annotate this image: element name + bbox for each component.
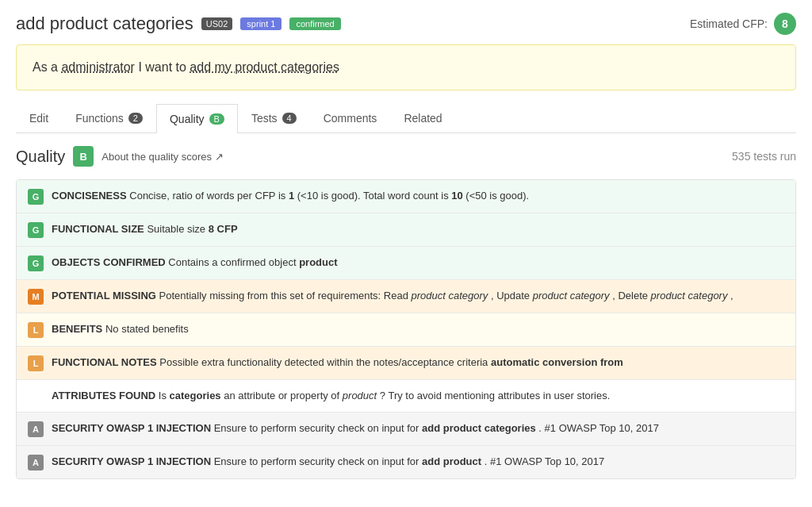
about-quality-link[interactable]: About the quality scores ↗ (102, 151, 223, 163)
security2-badge: A (28, 455, 44, 471)
security2-title: SECURITY OWASP 1 INJECTION (52, 455, 211, 467)
functional-notes-content: FUNCTIONAL NOTES Possible extra function… (52, 355, 784, 371)
potential-missing-content: POTENTIAL MISSING Potentially missing fr… (52, 288, 784, 304)
quality-item-attributes-found: ATTRIBUTES FOUND Is categories an attrib… (17, 380, 795, 413)
tab-functions[interactable]: Functions 2 (62, 103, 156, 133)
functional-notes-val: automatic conversion from (491, 356, 623, 368)
security2-text1: Ensure to perform security check on inpu… (214, 455, 422, 467)
benefits-content: BENEFITS No stated benefits (52, 321, 784, 337)
conciseness-val2: 10 (451, 190, 462, 202)
tab-tests[interactable]: Tests 4 (238, 103, 310, 133)
potential-missing-text3: , Delete (612, 290, 650, 302)
functional-notes-text: Possible extra functionality detected wi… (159, 356, 491, 368)
potential-missing-title: POTENTIAL MISSING (52, 290, 156, 302)
security1-text1: Ensure to perform security check on inpu… (214, 422, 422, 434)
benefits-text: No stated benefits (105, 323, 189, 335)
potential-missing-badge: M (28, 289, 44, 305)
security1-title: SECURITY OWASP 1 INJECTION (52, 422, 211, 434)
story-prefix: As a (33, 60, 61, 74)
security1-val: add product categories (422, 422, 536, 434)
tests-run: 535 tests run (732, 150, 796, 163)
potential-missing-text1: Potentially missing from this set of req… (159, 290, 412, 302)
tabs-bar: Edit Functions 2 Quality B Tests 4 Comme… (16, 103, 796, 133)
us-badge: US02 (201, 17, 233, 30)
tab-edit-label: Edit (29, 112, 48, 125)
attributes-found-title: ATTRIBUTES FOUND (52, 390, 155, 401)
tab-tests-label: Tests (251, 112, 278, 125)
quality-item-security-2: A SECURITY OWASP 1 INJECTION Ensure to p… (17, 446, 795, 478)
confirmed-badge: confirmed (289, 17, 340, 30)
quality-item-potential-missing: M POTENTIAL MISSING Potentially missing … (17, 280, 795, 313)
quality-item-objects-confirmed: G OBJECTS CONFIRMED Contains a confirmed… (17, 247, 795, 280)
story-role: administrator (61, 60, 134, 74)
quality-item-functional-size: G FUNCTIONAL SIZE Suitable size 8 CFP (17, 213, 795, 247)
conciseness-badge: G (28, 189, 44, 205)
potential-missing-text2: , Update (491, 290, 533, 302)
conciseness-text1: Concise, ratio of words per CFP is (129, 190, 289, 202)
security2-content: SECURITY OWASP 1 INJECTION Ensure to per… (52, 454, 784, 470)
functional-size-title: FUNCTIONAL SIZE (52, 223, 144, 235)
attributes-found-content: ATTRIBUTES FOUND Is categories an attrib… (28, 388, 784, 404)
sprint-badge: sprint 1 (240, 17, 282, 30)
cfp-label: Estimated CFP: (690, 17, 768, 30)
security1-text2: . #1 OWASP Top 10, 2017 (538, 422, 659, 434)
quality-item-conciseness: G CONCISENESS Concise, ratio of words pe… (17, 180, 795, 213)
benefits-badge: L (28, 322, 44, 338)
quality-header: Quality B About the quality scores ↗ 535… (16, 146, 796, 167)
attributes-found-italic: product (343, 390, 377, 401)
objects-confirmed-content: OBJECTS CONFIRMED Contains a confirmed o… (52, 255, 784, 271)
tab-comments-label: Comments (324, 112, 377, 125)
quality-item-benefits: L BENEFITS No stated benefits (17, 313, 795, 347)
conciseness-title: CONCISENESS (52, 190, 127, 202)
header-left: add product categories US02 sprint 1 con… (16, 13, 341, 34)
functional-size-content: FUNCTIONAL SIZE Suitable size 8 CFP (52, 221, 784, 237)
potential-missing-text4: , (730, 290, 733, 302)
quality-item-functional-notes: L FUNCTIONAL NOTES Possible extra functi… (17, 347, 795, 380)
page-container: add product categories US02 sprint 1 con… (0, 0, 812, 505)
functional-notes-badge: L (28, 355, 44, 371)
potential-missing-italic1: product category (411, 290, 488, 302)
tab-related[interactable]: Related (390, 103, 455, 133)
tab-quality-label: Quality (170, 113, 205, 125)
quality-badge: B (209, 113, 224, 125)
functional-notes-title: FUNCTIONAL NOTES (52, 356, 157, 368)
page-header: add product categories US02 sprint 1 con… (16, 13, 796, 35)
tab-comments[interactable]: Comments (310, 103, 391, 133)
tab-edit[interactable]: Edit (16, 103, 62, 133)
conciseness-val1: 1 (289, 190, 294, 202)
attributes-found-text3: ? Try to avoid mentioning attributes in … (380, 390, 610, 401)
tab-related-label: Related (404, 112, 442, 125)
security1-badge: A (28, 421, 44, 437)
quality-title-row: Quality B About the quality scores ↗ (16, 146, 224, 167)
security2-val: add product (422, 455, 481, 467)
header-right: Estimated CFP: 8 (690, 13, 796, 35)
potential-missing-italic3: product category (651, 290, 728, 302)
potential-missing-italic2: product category (533, 290, 610, 302)
attributes-found-val1: categories (170, 390, 221, 401)
objects-confirmed-title: OBJECTS CONFIRMED (52, 256, 166, 268)
story-action: add my product categories (190, 60, 339, 74)
security1-content: SECURITY OWASP 1 INJECTION Ensure to per… (52, 421, 784, 436)
attributes-found-text1: Is (159, 390, 170, 401)
quality-item-security-1: A SECURITY OWASP 1 INJECTION Ensure to p… (17, 413, 795, 446)
quality-grade: B (73, 146, 94, 167)
objects-confirmed-val: product (299, 256, 337, 268)
conciseness-text3: (<50 is good). (465, 190, 529, 202)
security2-text2: . #1 OWASP Top 10, 2017 (485, 455, 605, 467)
benefits-title: BENEFITS (52, 323, 102, 335)
conciseness-content: CONCISENESS Concise, ratio of words per … (52, 188, 784, 204)
story-banner: As a administrator I want to add my prod… (16, 44, 796, 90)
functional-size-val: 8 CFP (209, 223, 238, 235)
attributes-found-text2: an attribute or property of (224, 390, 343, 401)
objects-confirmed-badge: G (28, 255, 44, 271)
tab-functions-label: Functions (75, 112, 124, 125)
page-title: add product categories (16, 13, 193, 34)
functional-size-badge: G (28, 222, 44, 238)
conciseness-text2: (<10 is good). Total word count is (297, 190, 452, 202)
tab-quality[interactable]: Quality B (156, 104, 238, 133)
objects-confirmed-text: Contains a confirmed object (168, 256, 299, 268)
functions-badge: 2 (128, 113, 143, 124)
functional-size-text: Suitable size (147, 223, 208, 235)
quality-title-text: Quality (16, 148, 65, 166)
story-middle: I want to (135, 60, 190, 74)
